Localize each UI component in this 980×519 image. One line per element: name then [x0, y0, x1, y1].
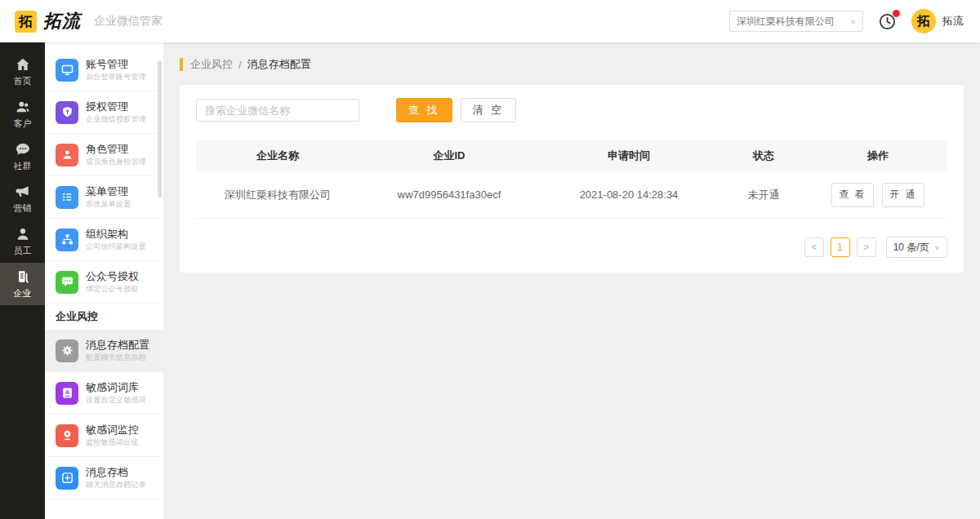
- brand-logo-icon: 拓: [15, 11, 37, 33]
- sidebar-item-title: 角色管理: [86, 143, 151, 155]
- sidebar-item-title: 账号管理: [86, 58, 151, 70]
- sidebar-item-title: 消息存档: [86, 466, 151, 478]
- menu-list-icon: [56, 186, 78, 209]
- sidebar-item-official-account-auth[interactable]: 公众号授权 绑定公众号授权: [45, 261, 163, 304]
- org-chart-icon: [56, 228, 78, 251]
- table-row: 深圳红粟科技有限公司 ww7d9956431fa30ecf 2021-08-20…: [196, 171, 947, 219]
- sidebar-item-subtitle: 企业微信授权管理: [86, 114, 146, 124]
- nav-rail: 首页 客户 社群 营销 员工: [0, 42, 45, 519]
- rail-item-home[interactable]: 首页: [0, 51, 45, 93]
- shield-key-icon: [56, 101, 78, 124]
- breadcrumb: 企业风控 / 消息存档配置: [180, 57, 964, 72]
- find-button[interactable]: 查 找: [396, 98, 452, 122]
- sidebar-item-message-archive[interactable]: 消息存档 聊天消息存档记录: [45, 457, 163, 499]
- sidebar-item-subtitle: 配置聊天信息存档: [86, 353, 146, 362]
- sidebar-item-subtitle: 公司组织架构设置: [86, 242, 146, 251]
- sidebar-item-subtitle: 后台登录账号管理: [86, 72, 146, 82]
- user-name: 拓流: [942, 14, 964, 29]
- sidebar-item-title: 敏感词词库: [86, 381, 151, 393]
- sidebar-scrollbar[interactable]: [158, 60, 162, 197]
- breadcrumb-current: 消息存档配置: [247, 57, 311, 72]
- cell-corp-name: 深圳红粟科技有限公司: [196, 188, 359, 202]
- prev-page-button[interactable]: <: [804, 237, 824, 257]
- sidebar-item-message-archive-config[interactable]: 消息存档配置 配置聊天信息存档: [45, 330, 163, 372]
- sidebar-item-org-structure[interactable]: 组织架构 公司组织架构设置: [45, 219, 163, 261]
- header-right: 深圳红粟科技有限公司 ∨ 拓 拓流: [729, 9, 964, 33]
- sidebar-item-subtitle: 设置自定义敏感词: [86, 395, 146, 405]
- sidebar-item-subtitle: 系统菜单设置: [86, 199, 131, 209]
- chevron-down-icon: ∨: [850, 18, 856, 25]
- app-header: 拓 拓流 企业微信管家 深圳红粟科技有限公司 ∨ 拓 拓流: [0, 0, 980, 42]
- sidebar-item-sensitive-word-monitor[interactable]: 敏感词监控 监控敏感词出现: [45, 415, 163, 457]
- sidebar-item-title: 授权管理: [86, 100, 151, 113]
- page-size-value: 10 条/页: [893, 241, 929, 255]
- corp-table: 企业名称 企业ID 申请时间 状态 操作 深圳红粟科技有限公司 ww7d9956…: [196, 140, 947, 219]
- page-size-select[interactable]: 10 条/页 ∨: [886, 237, 947, 258]
- cell-actions: 查 看 开 通: [808, 183, 947, 207]
- home-icon: [15, 56, 31, 73]
- megaphone-icon: [15, 184, 31, 200]
- breadcrumb-accent-bar: [180, 58, 183, 71]
- next-page-button[interactable]: >: [857, 237, 876, 257]
- customers-icon: [15, 99, 31, 115]
- avatar[interactable]: 拓: [911, 9, 936, 33]
- rail-label: 客户: [14, 118, 32, 130]
- sidebar-item-title: 组织架构: [86, 228, 151, 240]
- sidebar-item-role-management[interactable]: 角色管理 成员角色身份管理: [45, 134, 163, 176]
- sidebar-item-title: 消息存档配置: [86, 339, 151, 351]
- sidebar-section-risk-control: 企业风控: [45, 304, 163, 330]
- rail-item-enterprise[interactable]: 企业: [0, 263, 45, 305]
- notifications-button[interactable]: [878, 12, 897, 31]
- company-select[interactable]: 深圳红粟科技有限公司 ∨: [729, 11, 863, 32]
- column-header-status: 状态: [719, 149, 808, 163]
- sidebar-item-title: 公众号授权: [86, 270, 143, 282]
- page-1-button[interactable]: 1: [831, 237, 850, 257]
- enterprise-icon: [15, 268, 31, 285]
- official-account-icon: [56, 271, 78, 294]
- sidebar: 账号管理 后台登录账号管理 授权管理 企业微信授权管理 角色管理 成员角色身份管…: [45, 42, 163, 519]
- status-badge: 未开通: [719, 188, 808, 202]
- app-title: 企业微信管家: [94, 14, 163, 29]
- content-card: 查 找 清 空 企业名称 企业ID 申请时间 状态 操作 深圳红粟科技有限公司 …: [180, 85, 964, 273]
- table-header: 企业名称 企业ID 申请时间 状态 操作: [196, 140, 947, 171]
- open-button[interactable]: 开 通: [882, 183, 924, 207]
- archive-icon: [56, 467, 78, 490]
- gear-icon: [56, 339, 78, 362]
- sidebar-item-account-management[interactable]: 账号管理 后台登录账号管理: [45, 49, 163, 91]
- notification-badge: [893, 10, 900, 17]
- rail-label: 员工: [14, 245, 32, 257]
- clear-button[interactable]: 清 空: [461, 98, 517, 122]
- sidebar-item-subtitle: 绑定公众号授权: [86, 284, 138, 294]
- svg-text:A: A: [65, 389, 69, 396]
- sidebar-item-menu-management[interactable]: 菜单管理 系统菜单设置: [45, 176, 163, 219]
- monitor-camera-icon: [56, 424, 78, 447]
- role-user-icon: [56, 144, 78, 166]
- sidebar-item-subtitle: 监控敏感词出现: [86, 437, 138, 447]
- sidebar-item-title: 敏感词监控: [86, 424, 143, 436]
- rail-label: 营销: [14, 202, 32, 215]
- rail-label: 社群: [14, 160, 32, 172]
- rail-item-community[interactable]: 社群: [0, 135, 45, 178]
- company-select-value: 深圳红粟科技有限公司: [737, 15, 835, 29]
- breadcrumb-separator: /: [238, 59, 242, 71]
- sidebar-item-subtitle: 聊天消息存档记录: [86, 480, 146, 490]
- sidebar-item-authorization-management[interactable]: 授权管理 企业微信授权管理: [45, 91, 163, 134]
- rail-label: 首页: [14, 75, 32, 87]
- column-header-corp-name: 企业名称: [196, 149, 359, 163]
- column-header-corp-id: 企业ID: [359, 149, 539, 163]
- view-button[interactable]: 查 看: [831, 183, 874, 207]
- sidebar-item-subtitle: 成员角色身份管理: [86, 157, 146, 166]
- rail-item-marketing[interactable]: 营销: [0, 178, 45, 220]
- sensitive-words-icon: A: [56, 382, 78, 405]
- breadcrumb-parent[interactable]: 企业风控: [190, 57, 233, 72]
- sidebar-item-sensitive-word-library[interactable]: A 敏感词词库 设置自定义敏感词: [45, 372, 163, 415]
- cell-corp-id: ww7d9956431fa30ecf: [359, 189, 539, 201]
- search-input[interactable]: [196, 99, 359, 122]
- cell-apply-time: 2021-08-20 14:28:34: [539, 189, 719, 201]
- rail-label: 企业: [14, 287, 32, 299]
- main-content: 企业风控 / 消息存档配置 查 找 清 空 企业名称 企业ID 申请时间 状态 …: [163, 42, 980, 519]
- monitor-icon: [56, 59, 78, 82]
- chat-bubble-icon: [15, 141, 31, 157]
- rail-item-customers[interactable]: 客户: [0, 93, 45, 135]
- rail-item-staff[interactable]: 员工: [0, 220, 45, 263]
